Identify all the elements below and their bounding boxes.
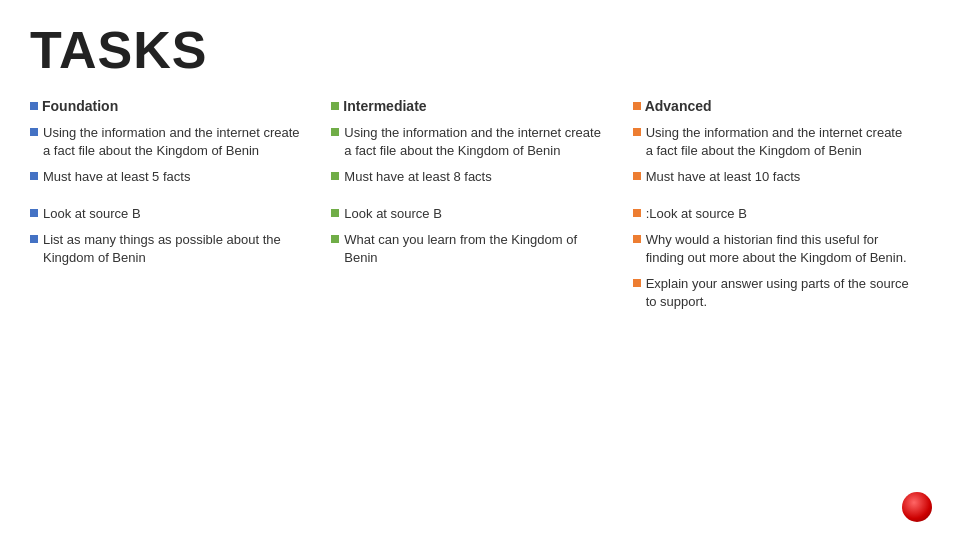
- column-intermediate: IntermediateUsing the information and th…: [331, 98, 632, 320]
- bullet-square-icon: [331, 102, 339, 110]
- column-header-intermediate: Intermediate: [331, 98, 608, 114]
- spacer: [331, 195, 608, 205]
- list-item: Explain your answer using parts of the s…: [633, 275, 910, 311]
- list-item-text: Using the information and the internet c…: [646, 124, 910, 160]
- list-item-text: Look at source B: [344, 205, 442, 223]
- bullet-square-icon: [633, 172, 641, 180]
- spacer: [633, 195, 910, 205]
- list-item: Using the information and the internet c…: [30, 124, 307, 160]
- bullet-square-icon: [331, 172, 339, 180]
- list-item: List as many things as possible about th…: [30, 231, 307, 267]
- list-item: :Look at source B: [633, 205, 910, 223]
- spacer: [30, 195, 307, 205]
- column-foundation: FoundationUsing the information and the …: [30, 98, 331, 320]
- bullet-square-icon: [30, 235, 38, 243]
- list-item: What can you learn from the Kingdom of B…: [331, 231, 608, 267]
- column-header-text: Intermediate: [343, 98, 426, 114]
- list-item: Look at source B: [331, 205, 608, 223]
- list-item: Using the information and the internet c…: [331, 124, 608, 160]
- list-item-text: Must have at least 5 facts: [43, 168, 190, 186]
- list-item: Using the information and the internet c…: [633, 124, 910, 160]
- bullet-square-icon: [331, 209, 339, 217]
- bullet-square-icon: [633, 128, 641, 136]
- list-item: Must have at least 10 facts: [633, 168, 910, 186]
- bullet-square-icon: [633, 209, 641, 217]
- list-item-text: Must have at least 8 facts: [344, 168, 491, 186]
- bullet-square-icon: [30, 172, 38, 180]
- list-item-text: :Look at source B: [646, 205, 747, 223]
- bullet-square-icon: [331, 235, 339, 243]
- page-title: TASKS: [30, 20, 930, 80]
- bullet-square-icon: [30, 128, 38, 136]
- bullet-square-icon: [633, 279, 641, 287]
- bullet-square-icon: [633, 235, 641, 243]
- column-header-foundation: Foundation: [30, 98, 307, 114]
- bullet-square-icon: [331, 128, 339, 136]
- column-header-advanced: Advanced: [633, 98, 910, 114]
- bullet-square-icon: [30, 102, 38, 110]
- list-item: Why would a historian find this useful f…: [633, 231, 910, 267]
- list-item-text: Using the information and the internet c…: [344, 124, 608, 160]
- list-item-text: Explain your answer using parts of the s…: [646, 275, 910, 311]
- list-item: Must have at least 8 facts: [331, 168, 608, 186]
- list-item-text: Why would a historian find this useful f…: [646, 231, 910, 267]
- list-item-text: List as many things as possible about th…: [43, 231, 307, 267]
- red-circle-decoration: [902, 492, 932, 522]
- column-header-text: Foundation: [42, 98, 118, 114]
- list-item-text: What can you learn from the Kingdom of B…: [344, 231, 608, 267]
- list-item: Look at source B: [30, 205, 307, 223]
- page: TASKS FoundationUsing the information an…: [0, 0, 960, 540]
- columns-container: FoundationUsing the information and the …: [30, 98, 930, 320]
- bullet-square-icon: [633, 102, 641, 110]
- bullet-square-icon: [30, 209, 38, 217]
- column-header-text: Advanced: [645, 98, 712, 114]
- list-item-text: Using the information and the internet c…: [43, 124, 307, 160]
- list-item-text: Look at source B: [43, 205, 141, 223]
- list-item: Must have at least 5 facts: [30, 168, 307, 186]
- column-advanced: AdvancedUsing the information and the in…: [633, 98, 930, 320]
- list-item-text: Must have at least 10 facts: [646, 168, 801, 186]
